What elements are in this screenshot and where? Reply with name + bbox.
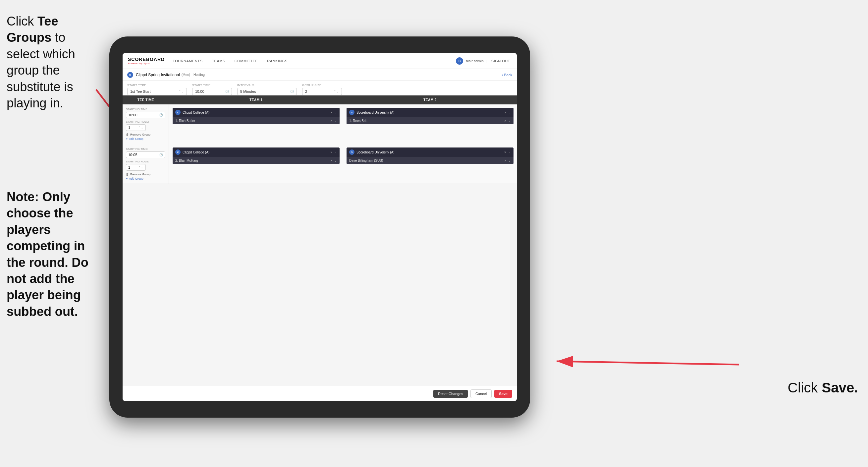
player-row-1-1[interactable]: 1. Rich Butler × ⌄ — [173, 117, 340, 124]
team1-name-1: Clippd College (A) — [183, 111, 328, 114]
player-name-1-2: 1. Rees Britt — [349, 119, 502, 123]
nav-committee[interactable]: COMMITTEE — [233, 58, 259, 64]
player-remove-2-2[interactable]: × — [504, 159, 506, 163]
team2-expand-1[interactable]: ⌄ — [508, 111, 511, 114]
team1-card-header-1: C Clippd College (A) × ⌄ — [173, 108, 340, 117]
cancel-button[interactable]: Cancel — [470, 389, 492, 398]
player-row-1-2[interactable]: 1. Rees Britt × ⌄ — [346, 117, 514, 124]
back-button[interactable]: ‹ Back — [502, 73, 512, 77]
starting-time-value-1: 10:00 — [128, 113, 137, 117]
starting-time-input-1[interactable]: 10:00 🕐 — [126, 112, 165, 118]
teams-area-1: C Clippd College (A) × ⌄ 1. Rich Butler … — [169, 105, 517, 144]
logo-text: SCOREBOARD — [128, 57, 165, 62]
starting-time-input-2[interactable]: 10:05 🕐 — [126, 151, 165, 158]
player-name-1-1: 1. Rich Butler — [175, 119, 328, 123]
team2-card-header-1: S Scoreboard University (A) × ⌄ — [346, 108, 514, 117]
subnav-icon: B — [127, 72, 133, 78]
starting-hole-label-2: STARTING HOLE: — [126, 160, 165, 163]
starting-time-label-2: STARTING TIME: — [126, 147, 165, 150]
time-icon-1: 🕐 — [159, 113, 163, 117]
player-row-2-2[interactable]: Dave Billingham (SUB) × ⌄ — [346, 157, 514, 164]
player-expand-2-1[interactable]: ⌄ — [334, 159, 337, 163]
team2-card-2[interactable]: S Scoreboard University (A) × ⌄ Dave Bil… — [346, 147, 514, 164]
group-row-1: STARTING TIME: 10:00 🕐 STARTING HOLE: 1 … — [123, 105, 517, 144]
intervals-input[interactable]: 5 Minutes 🕐 — [237, 88, 297, 95]
team1-card-1[interactable]: C Clippd College (A) × ⌄ 1. Rich Butler … — [173, 108, 340, 124]
team2-expand-2[interactable]: ⌄ — [508, 150, 511, 154]
th-team2: Team 2 — [343, 95, 517, 105]
remove-group-label-1: Remove Group — [130, 133, 150, 136]
group-size-stepper: ⌃⌄ — [334, 90, 339, 93]
nav-links: TOURNAMENTS TEAMS COMMITTEE RANKINGS — [171, 58, 456, 64]
nav-teams[interactable]: TEAMS — [210, 58, 226, 64]
team1-card-2[interactable]: C Clippd College (A) × ⌄ 2. Blair McHarg… — [173, 147, 340, 164]
remove-group-button-1[interactable]: 🗑 Remove Group — [126, 133, 165, 136]
starting-hole-input-1[interactable]: 1 ⌃⌄ — [126, 124, 146, 131]
player-remove-1-1[interactable]: × — [330, 119, 332, 123]
add-group-button-1[interactable]: + Add Group — [126, 137, 165, 141]
team1-name-2: Clippd College (A) — [183, 150, 328, 154]
player-name-2-2: Dave Billingham (SUB) — [349, 159, 502, 163]
team2-remove-1[interactable]: × — [504, 111, 506, 114]
tee-actions-1: 🗑 Remove Group + Add Group — [126, 133, 165, 141]
starting-time-label-1: STARTING TIME: — [126, 108, 165, 111]
start-time-value: 10:00 — [195, 89, 205, 93]
nav-logo: SCOREBOARD Powered by clippd — [128, 57, 165, 65]
group-size-label: Group Size — [302, 84, 342, 87]
remove-group-button-2[interactable]: 🗑 Remove Group — [126, 173, 165, 176]
nav-separator: | — [486, 59, 487, 63]
team1-icon-1: C — [175, 110, 181, 115]
hole-stepper-2: ⌃⌄ — [138, 166, 144, 169]
starting-hole-input-2[interactable]: 1 ⌃⌄ — [126, 164, 146, 171]
team2-card-1[interactable]: S Scoreboard University (A) × ⌄ 1. Rees … — [346, 108, 514, 124]
team1-remove-1[interactable]: × — [330, 111, 332, 114]
click-save-bold: Save. — [822, 380, 858, 396]
start-time-icon: 🕐 — [225, 90, 229, 93]
tournament-title: Clippd Spring Invitational — [136, 72, 180, 77]
team2-actions-1: × ⌄ — [504, 111, 511, 114]
time-icon-2: 🕐 — [159, 153, 163, 156]
player-row-2-1[interactable]: 2. Blair McHarg × ⌄ — [173, 157, 340, 164]
group-size-input[interactable]: 2 ⌃⌄ — [302, 88, 342, 95]
start-type-field: Start Type 1st Tee Start ⌃⌄ — [127, 84, 187, 95]
nav-tournaments[interactable]: TOURNAMENTS — [171, 58, 204, 64]
player-remove-2-1[interactable]: × — [330, 159, 332, 163]
sign-out-link[interactable]: Sign out — [490, 58, 512, 64]
remove-group-icon-1: 🗑 — [126, 133, 129, 136]
start-time-input[interactable]: 10:00 🕐 — [192, 88, 232, 95]
team1-remove-2[interactable]: × — [330, 150, 332, 154]
team2-actions-2: × ⌄ — [504, 150, 511, 154]
player-expand-1-1[interactable]: ⌄ — [334, 119, 337, 123]
start-type-value: 1st Tee Start — [130, 89, 151, 93]
note-text: Note: Only choose the players competing … — [0, 185, 109, 323]
add-group-button-2[interactable]: + Add Group — [126, 177, 165, 180]
team1-expand-1[interactable]: ⌄ — [334, 111, 337, 114]
tablet-screen: SCOREBOARD Powered by clippd TOURNAMENTS… — [123, 53, 517, 401]
player-remove-1-2[interactable]: × — [504, 119, 506, 123]
navbar: SCOREBOARD Powered by clippd TOURNAMENTS… — [123, 53, 517, 69]
team1-card-header-2: C Clippd College (A) × ⌄ — [173, 147, 340, 157]
svg-line-3 — [557, 361, 739, 364]
starting-hole-value-2: 1 — [128, 166, 130, 169]
tournament-tag: (Men) — [182, 73, 190, 77]
team2-col-2: S Scoreboard University (A) × ⌄ Dave Bil… — [343, 144, 517, 184]
player-expand-1-2[interactable]: ⌄ — [508, 119, 511, 123]
remove-group-icon-2: 🗑 — [126, 173, 129, 176]
start-type-input[interactable]: 1st Tee Start ⌃⌄ — [127, 88, 187, 95]
team1-expand-2[interactable]: ⌄ — [334, 150, 337, 154]
player-expand-2-2[interactable]: ⌄ — [508, 159, 511, 163]
start-type-stepper: ⌃⌄ — [179, 90, 184, 93]
nav-rankings[interactable]: RANKINGS — [266, 58, 288, 64]
nav-user: B blair admin | Sign out — [456, 57, 512, 65]
add-group-icon-2: + — [126, 177, 128, 180]
reset-changes-button[interactable]: Reset Changes — [433, 390, 468, 398]
footer-bar: Reset Changes Cancel Save — [123, 386, 517, 401]
team2-remove-2[interactable]: × — [504, 150, 506, 154]
start-type-label: Start Type — [127, 84, 187, 87]
team2-card-header-2: S Scoreboard University (A) × ⌄ — [346, 147, 514, 157]
save-button[interactable]: Save — [494, 390, 512, 398]
intervals-icon: 🕐 — [290, 90, 294, 93]
table-header: Tee Time Team 1 Team 2 — [123, 95, 517, 105]
intervals-field: Intervals 5 Minutes 🕐 — [237, 84, 297, 95]
th-team1: Team 1 — [169, 95, 343, 105]
